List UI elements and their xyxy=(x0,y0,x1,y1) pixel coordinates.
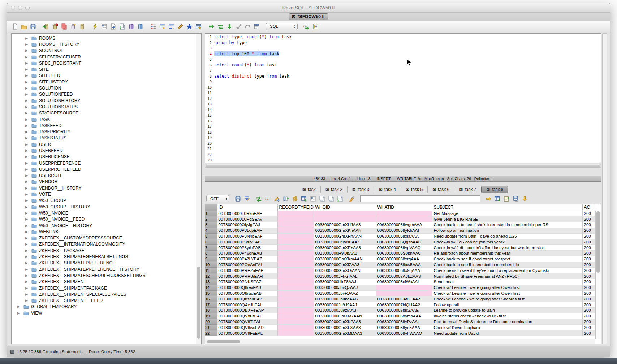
table-cell[interactable] xyxy=(376,216,432,222)
table-cell[interactable]: Check back to see if interested in membe… xyxy=(432,262,582,268)
result-tab-task[interactable]: ⊠task xyxy=(298,186,321,193)
tree-item-userfeed[interactable]: ▶USERFEED xyxy=(12,147,196,153)
close-tab-icon[interactable]: ⊠ xyxy=(486,187,490,192)
table-cell[interactable]: 200 xyxy=(582,279,595,285)
table-row[interactable]: 1400T3000000Q8rexEAB0033000000JbvQzAAJCh… xyxy=(205,285,595,290)
table-cell[interactable] xyxy=(376,290,432,296)
table-cell[interactable]: 200 xyxy=(582,211,595,216)
table-cell[interactable] xyxy=(277,273,314,279)
find-next-icon[interactable] xyxy=(485,195,492,202)
expand-arrow-icon[interactable]: ▶ xyxy=(17,305,21,308)
table-cell[interactable]: 200 xyxy=(582,273,595,279)
row-number[interactable]: 5 xyxy=(205,233,217,239)
expand-arrow-icon[interactable]: ▶ xyxy=(25,168,29,171)
table-cell[interactable]: Check w/ Leanne - we're going after Owen… xyxy=(432,285,582,290)
table-cell[interactable] xyxy=(277,308,314,313)
editor-line[interactable]: 22 xyxy=(205,152,601,158)
tree-item-sitefeed[interactable]: ▶SITEFEED xyxy=(12,73,196,79)
expand-arrow-icon[interactable]: ▶ xyxy=(25,268,29,271)
row-number[interactable]: 6 xyxy=(205,239,217,245)
expand-arrow-icon[interactable]: ▶ xyxy=(25,99,29,103)
expand-arrow-icon[interactable]: ▶ xyxy=(25,211,29,215)
reload-table-icon[interactable] xyxy=(300,195,307,202)
table-cell[interactable] xyxy=(277,233,314,239)
results-search-input[interactable] xyxy=(360,195,480,202)
expand-arrow-icon[interactable]: ▶ xyxy=(25,261,29,265)
table-cell[interactable] xyxy=(277,262,314,268)
close-tab-icon[interactable]: ⊠ xyxy=(379,187,383,192)
table-cell[interactable]: 00T3000000Q8rugEAB xyxy=(217,290,277,296)
table-cell[interactable]: 200 xyxy=(582,268,595,273)
table-row[interactable]: 1000T3000000POeAnEAL0033000000GmXIZAA300… xyxy=(205,262,595,268)
table-cell[interactable]: 0033000000H9i0pAAB xyxy=(314,251,376,256)
table-cell[interactable]: 200 xyxy=(582,330,595,336)
row-number[interactable]: 7 xyxy=(205,245,217,251)
editor-line[interactable]: 20 xyxy=(205,141,601,147)
table-cell[interactable]: 00630000007blQUAA2 xyxy=(376,302,432,308)
tree-item-vendor[interactable]: ▶VENDOR xyxy=(12,179,196,185)
table-cell[interactable]: 00T3000000Q8rexEAB xyxy=(217,285,277,290)
table-cell[interactable]: 00T3000000L0RknEAF xyxy=(217,211,277,216)
table-cell[interactable]: Get Massage xyxy=(432,211,582,216)
sql-mode-select[interactable]: SQL ▲▼ xyxy=(266,23,298,30)
row-number[interactable]: 12 xyxy=(205,273,217,279)
expand-arrow-icon[interactable]: ▶ xyxy=(25,174,29,177)
table-cell[interactable]: 0033000000JbvQzAAJ xyxy=(314,285,376,290)
table-cell[interactable]: 00T3000000L0RqSEAV xyxy=(217,216,277,222)
table-row[interactable]: 400T3000000P3LopEAF0033000000GmXKnAAN006… xyxy=(205,228,595,233)
expand-arrow-icon[interactable]: ▶ xyxy=(25,105,29,109)
expand-arrow-icon[interactable]: ▶ xyxy=(25,149,29,152)
commit-check-icon[interactable] xyxy=(235,23,242,30)
expand-arrow-icon[interactable]: ▶ xyxy=(25,186,29,190)
table-cell[interactable]: Invoice status check - check w/ RS first xyxy=(432,313,582,319)
table-cell[interactable]: 0033000000GmXKPAA3 xyxy=(314,319,376,325)
column-header-subject[interactable]: SUBJECT xyxy=(432,204,582,211)
column-header-ac[interactable]: AC xyxy=(582,204,595,211)
expand-arrow-icon[interactable]: ▶ xyxy=(25,61,29,65)
tree-item-vote[interactable]: ▶VOTE xyxy=(12,191,196,197)
table-cell[interactable]: 00T3000000P3tuvEAB xyxy=(217,239,277,245)
table-cell[interactable] xyxy=(277,290,314,296)
editor-line[interactable]: 21 xyxy=(205,146,601,152)
tree-item-zkfedex-shipment-feed[interactable]: ▶ZKFEDEX__SHIPMENT__FEED xyxy=(12,297,196,303)
table-row[interactable]: 2000T3000000QV8TjEAL0033000000GmXKPAA300… xyxy=(205,319,595,325)
close-tab-icon[interactable]: ⊠ xyxy=(325,187,329,192)
results-vscrollbar[interactable] xyxy=(595,211,601,339)
table-cell[interactable]: Give Jenn a BIG RAISE xyxy=(432,216,582,222)
insert-column-icon[interactable] xyxy=(282,195,289,202)
table-row[interactable]: 300T3000000OiyJgEAJ0033000000GmXHJAA3006… xyxy=(205,222,595,228)
table-cell[interactable]: 00T3000000QV8wsEAD xyxy=(217,325,277,330)
table-row[interactable]: 2200T3000000QV9FaEAL0033000000GmXMDAA300… xyxy=(205,330,595,336)
tree-item-staticresource[interactable]: ▶STATICRESOURCE xyxy=(12,110,196,116)
fetch-down-icon[interactable] xyxy=(226,23,233,30)
table-cell[interactable]: 00T3000000QBXPeEAP xyxy=(217,308,277,313)
table-cell[interactable]: 00T3000000Q8sauEAB xyxy=(217,296,277,302)
table-cell[interactable]: 200 xyxy=(582,285,595,290)
expand-arrow-icon[interactable]: ▶ xyxy=(25,43,29,46)
tree-item-site[interactable]: ▶SITE xyxy=(12,66,196,72)
tree-item-sitehistory[interactable]: ▶SITEHISTORY xyxy=(12,79,196,85)
expand-arrow-icon[interactable]: ▶ xyxy=(25,236,29,240)
transpose-copy-icon[interactable] xyxy=(336,195,344,202)
close-window-button[interactable] xyxy=(11,6,15,10)
table-cell[interactable]: Check-in w/ Jeff - couldn't afford last … xyxy=(432,245,582,251)
table-cell[interactable]: 200 xyxy=(582,308,595,313)
table-row[interactable]: 100T3000000L0RknEAFGet Massage200 xyxy=(205,211,595,216)
table-cell[interactable]: Check back to see if good target prospec… xyxy=(432,256,582,262)
tree-item-weblink[interactable]: ▶WEBLINK xyxy=(12,229,196,235)
add-notes-icon[interactable] xyxy=(503,195,510,202)
table-cell[interactable] xyxy=(277,296,314,302)
table-row[interactable]: 2100T3000000QV8wsEAD0033000000GmXLXAA300… xyxy=(205,325,595,330)
row-number[interactable]: 22 xyxy=(205,330,217,336)
table-cell[interactable]: Re-approach about membership this year xyxy=(432,251,582,256)
table-row[interactable]: 700T3000000P3yrbEAB0033000000GmXPYAA3006… xyxy=(205,245,595,251)
table-cell[interactable]: 00T3000000PRR8rEAH xyxy=(217,273,277,279)
stepper-arrows-icon[interactable]: ▲▼ xyxy=(225,197,228,200)
table-cell[interactable] xyxy=(277,222,314,228)
table-cell[interactable]: 006300000058yhWAAQ xyxy=(376,330,432,336)
tree-item-scontrol[interactable]: ▶SCONTROL xyxy=(12,48,196,54)
editor-line[interactable]: 1select type, count(*) from task xyxy=(205,34,601,40)
table-cell[interactable]: 006300000058yPzAAI xyxy=(376,319,432,325)
expand-arrow-icon[interactable]: ▶ xyxy=(25,224,29,228)
sql-editor[interactable]: 1select type, count(*) from task2group b… xyxy=(205,33,601,163)
